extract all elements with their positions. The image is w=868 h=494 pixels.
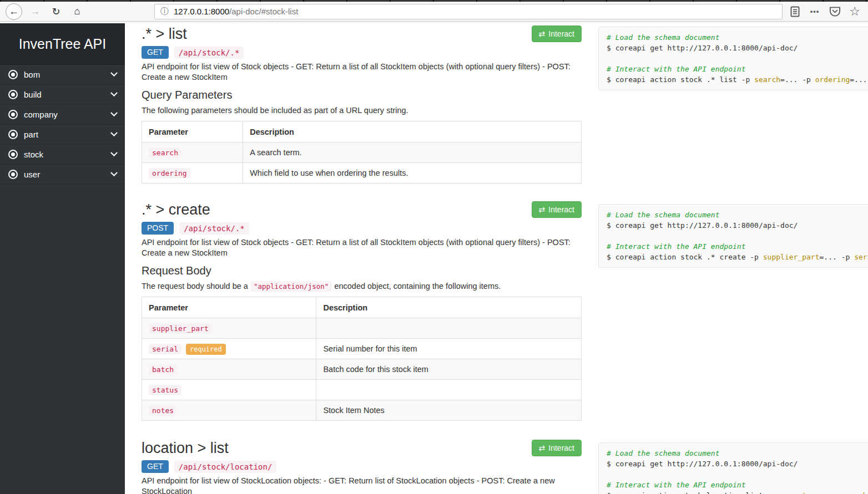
code-sample: # Load the schema document$ coreapi get … bbox=[598, 27, 868, 90]
parameter-code: serial bbox=[149, 344, 181, 354]
app-title: InvenTree API bbox=[19, 36, 107, 52]
code-text: =... -p bbox=[820, 253, 855, 261]
refresh-button[interactable]: ↻ bbox=[48, 3, 64, 20]
sidebar-item-label: company bbox=[24, 110, 58, 119]
home-button[interactable]: ⌂ bbox=[69, 3, 85, 20]
subtext-segment: The request body should be a bbox=[142, 282, 250, 291]
parameter-description: Serial number for this item bbox=[316, 339, 582, 359]
url-bar[interactable]: ⓘ 127.0.0.1:8000/api-doc/#stock-list bbox=[154, 4, 783, 19]
chevron-down-icon bbox=[110, 69, 118, 77]
parameter-code: search bbox=[149, 147, 181, 158]
browser-toolbar: ← → ↻ ⌂ ⓘ 127.0.0.1:8000/api-doc/#stock-… bbox=[0, 2, 868, 22]
subtext-segment: encoded object, containing the following… bbox=[332, 282, 501, 291]
bullseye-icon bbox=[8, 130, 18, 139]
interact-button[interactable]: ⇄ Interact bbox=[532, 440, 582, 456]
chevron-down-icon bbox=[110, 89, 118, 96]
section-subtext: The request body should be a "applicatio… bbox=[142, 282, 582, 291]
code-sample: # Load the schema document$ coreapi get … bbox=[598, 442, 868, 494]
chevron-down-icon bbox=[110, 129, 118, 136]
code-param: ordering bbox=[815, 75, 850, 84]
section-subheading: Request Body bbox=[142, 264, 582, 277]
code-text: $ coreapi get http://127.0.0.1:8000/api-… bbox=[607, 44, 798, 52]
bullseye-icon bbox=[8, 170, 18, 179]
parameter-code: ordering bbox=[149, 168, 190, 179]
parameter-description bbox=[316, 318, 582, 339]
code-text: =... -p bbox=[780, 75, 815, 84]
bookmark-star-icon[interactable]: ☆ bbox=[847, 4, 862, 19]
code-text: $ coreapi get http://127.0.0.1:8000/api-… bbox=[607, 460, 798, 468]
code-text: $ coreapi action stock .* list -p bbox=[607, 75, 754, 84]
sidebar-item-label: part bbox=[24, 130, 38, 139]
code-param: search bbox=[841, 491, 867, 494]
bullseye-icon bbox=[8, 110, 18, 119]
reader-mode-icon[interactable] bbox=[787, 4, 803, 19]
sidebar: InvenTree API bom build company part sto… bbox=[0, 23, 125, 494]
table-row: status bbox=[142, 380, 582, 400]
section-description: API endpoint for list view of StockLocat… bbox=[142, 476, 574, 494]
code-line bbox=[607, 469, 868, 480]
parameter-description: Batch code for this stock item bbox=[316, 359, 582, 380]
url-text: 127.0.0.1:8000/api-doc/#stock-list bbox=[174, 7, 298, 16]
sidebar-item-label: bom bbox=[24, 70, 40, 79]
interact-button[interactable]: ⇄ Interact bbox=[532, 26, 582, 42]
code-param: parent bbox=[780, 491, 806, 494]
section-title: .* > create bbox=[142, 201, 582, 218]
sidebar-item-part[interactable]: part bbox=[0, 125, 125, 145]
url-host: 127.0.0.1:8000 bbox=[174, 7, 229, 16]
code-line: # Interact with the API endpoint bbox=[607, 241, 868, 252]
table-row: batch Batch code for this stock item bbox=[142, 359, 582, 380]
required-badge: required bbox=[186, 344, 226, 355]
interact-button[interactable]: ⇄ Interact bbox=[532, 201, 582, 218]
parameter-code: batch bbox=[149, 364, 177, 375]
pocket-icon[interactable] bbox=[827, 4, 842, 19]
section-subheading: Query Parameters bbox=[142, 89, 582, 101]
sidebar-item-build[interactable]: build bbox=[0, 85, 125, 105]
exchange-icon: ⇄ bbox=[539, 444, 546, 452]
overflow-menu-icon[interactable]: ••• bbox=[807, 4, 822, 19]
forward-button[interactable]: → bbox=[27, 3, 43, 20]
back-button[interactable]: ← bbox=[6, 3, 22, 20]
table-row: notes Stock Item Notes bbox=[142, 400, 582, 421]
parameter-code: notes bbox=[149, 405, 177, 416]
api-section: location > list ⇄ Interact GET /api/stoc… bbox=[142, 440, 582, 494]
endpoint-path: /api/stock/location/ bbox=[174, 461, 277, 473]
endpoint-path: /api/stock/.* bbox=[174, 47, 244, 59]
section-subtext: The following parameters should be inclu… bbox=[142, 106, 582, 115]
subtext-segment: The following parameters should be inclu… bbox=[142, 106, 408, 115]
browser-chrome: ← → ↻ ⌂ ⓘ 127.0.0.1:8000/api-doc/#stock-… bbox=[0, 0, 868, 23]
bullseye-icon bbox=[8, 90, 18, 99]
code-line: $ coreapi get http://127.0.0.1:8000/api-… bbox=[607, 43, 868, 53]
http-method-badge: GET bbox=[142, 460, 169, 473]
parameter-description: A search term. bbox=[243, 142, 582, 163]
sidebar-header: InvenTree API bbox=[0, 23, 125, 65]
table-header-row: Parameter Description bbox=[142, 297, 582, 318]
exchange-icon: ⇄ bbox=[539, 205, 546, 214]
parameter-description: Which field to use when ordering the res… bbox=[243, 163, 582, 184]
interact-button-label: Interact bbox=[548, 29, 574, 38]
main-content: .* > list ⇄ Interact GET /api/stock/.* A… bbox=[125, 23, 868, 494]
chevron-down-icon bbox=[110, 109, 118, 116]
parameter-description: Stock Item Notes bbox=[316, 400, 582, 421]
sidebar-item-user[interactable]: user bbox=[0, 165, 125, 185]
code-line: $ coreapi action stock .* create -p supp… bbox=[607, 252, 868, 262]
table-row: search A search term. bbox=[142, 142, 582, 163]
sidebar-item-stock[interactable]: stock bbox=[0, 145, 125, 165]
code-text: $ coreapi get http://127.0.0.1:8000/api-… bbox=[607, 221, 798, 230]
code-param: search bbox=[754, 75, 780, 84]
code-comment: # Interact with the API endpoint bbox=[607, 481, 745, 489]
code-comment: # Load the schema document bbox=[607, 33, 720, 42]
code-text: =... bbox=[850, 75, 867, 84]
http-method-badge: POST bbox=[142, 222, 174, 235]
sidebar-item-label: user bbox=[24, 170, 40, 179]
code-text: $ coreapi action stock .* create -p bbox=[607, 253, 763, 261]
code-line: # Load the schema document bbox=[607, 448, 868, 459]
parameter-description bbox=[316, 380, 582, 400]
info-icon[interactable]: ⓘ bbox=[160, 6, 169, 17]
code-text: $ coreapi action stock location list -p bbox=[607, 491, 780, 494]
sidebar-item-bom[interactable]: bom bbox=[0, 65, 125, 85]
sidebar-item-label: build bbox=[24, 90, 42, 99]
bullseye-icon bbox=[8, 150, 18, 159]
code-line: # Load the schema document bbox=[607, 210, 868, 220]
sidebar-item-company[interactable]: company bbox=[0, 105, 125, 125]
parameter-table: Parameter Description supplier_part seri… bbox=[142, 297, 582, 421]
